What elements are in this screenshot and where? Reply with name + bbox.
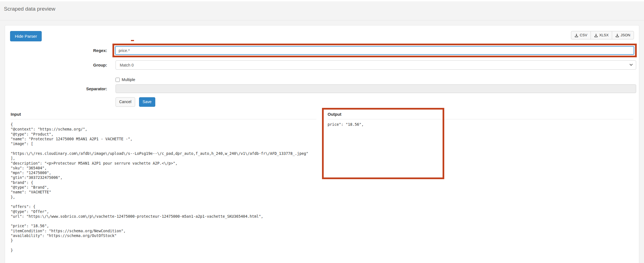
regex-annotation-box: [112, 44, 637, 57]
separator-row: Separator:: [5, 84, 639, 93]
separator-label: Separator:: [5, 86, 116, 91]
output-column: Output price": "18.56",: [322, 112, 639, 253]
group-row: Group: Match 0: [5, 60, 639, 70]
download-icon: [575, 34, 578, 37]
regex-input[interactable]: [115, 46, 634, 55]
multiple-row: Multiple: [5, 77, 639, 82]
divider: [11, 119, 316, 119]
group-label: Group:: [5, 63, 116, 67]
group-select[interactable]: Match 0: [116, 60, 636, 70]
annotation-tick: [131, 40, 134, 41]
export-json-label: JSON: [621, 33, 630, 38]
parser-panel: Hide Parser CSV XLSX JSON Regex:: [5, 25, 639, 263]
input-json-text: { "@context": "https://schema.org/", "@t…: [11, 122, 316, 253]
page-header: Scraped data preview: [0, 1, 644, 20]
output-text: price": "18.56",: [328, 122, 633, 127]
download-icon: [615, 34, 619, 37]
export-csv-button[interactable]: CSV: [571, 31, 591, 39]
regex-row: Regex:: [5, 44, 639, 57]
separator-input[interactable]: [116, 84, 636, 93]
regex-label: Regex:: [5, 48, 116, 53]
hide-parser-button[interactable]: Hide Parser: [10, 31, 42, 41]
download-icon: [594, 34, 598, 37]
toolbar: Hide Parser CSV XLSX JSON: [5, 25, 639, 41]
divider: [328, 119, 633, 119]
input-column: Input { "@context": "https://schema.org/…: [5, 112, 322, 253]
output-header: Output: [328, 112, 633, 117]
cancel-button[interactable]: Cancel: [116, 97, 135, 107]
export-button-group: CSV XLSX JSON: [571, 31, 634, 39]
save-button[interactable]: Save: [139, 97, 155, 107]
multiple-checkbox[interactable]: [116, 78, 120, 82]
multiple-label-text: Multiple: [122, 77, 135, 82]
export-csv-label: CSV: [580, 33, 587, 38]
parser-form: Regex: Group: Match 0: [5, 44, 639, 107]
export-json-button[interactable]: JSON: [612, 31, 634, 39]
page-title: Scraped data preview: [4, 6, 644, 12]
export-xlsx-label: XLSX: [599, 33, 608, 38]
export-xlsx-button[interactable]: XLSX: [591, 31, 612, 39]
io-section: Input { "@context": "https://schema.org/…: [5, 112, 639, 253]
form-actions-row: Cancel Save: [5, 97, 639, 107]
multiple-checkbox-label[interactable]: Multiple: [116, 77, 636, 82]
input-header: Input: [11, 112, 316, 117]
